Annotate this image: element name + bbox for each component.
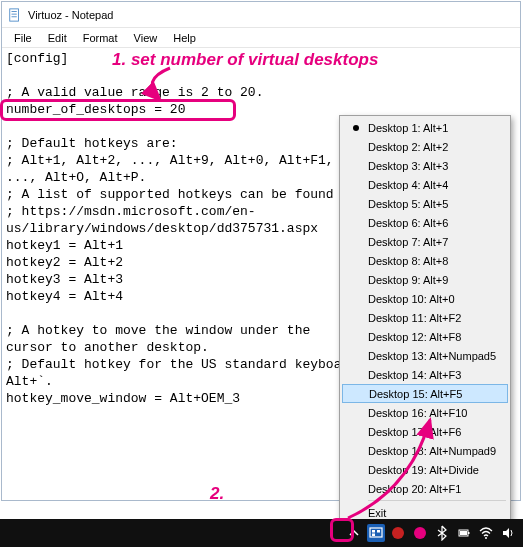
- menu-format[interactable]: Format: [75, 30, 126, 46]
- menu-item-label: Desktop 2: Alt+2: [366, 141, 448, 153]
- desktop-menu-item[interactable]: Desktop 8: Alt+8: [342, 251, 508, 270]
- desktop-menu-item[interactable]: Desktop 18: Alt+Numpad9: [342, 441, 508, 460]
- desktop-menu-item[interactable]: Desktop 14: Alt+F3: [342, 365, 508, 384]
- desktop-menu-item[interactable]: Desktop 7: Alt+7: [342, 232, 508, 251]
- desktop-menu-item[interactable]: Desktop 19: Alt+Divide: [342, 460, 508, 479]
- menu-item-label: Desktop 18: Alt+Numpad9: [366, 445, 496, 457]
- svg-point-13: [485, 537, 487, 539]
- svg-rect-0: [10, 8, 19, 20]
- menu-item-bullet: [346, 216, 366, 230]
- menu-item-bullet: [346, 254, 366, 268]
- menu-item-label: Desktop 13: Alt+Numpad5: [366, 350, 496, 362]
- menu-item-label: Exit: [366, 507, 386, 519]
- virtuoz-tray-icon[interactable]: [367, 524, 385, 542]
- menu-item-bullet: [346, 140, 366, 154]
- tray-up-icon[interactable]: [345, 524, 363, 542]
- svg-rect-5: [372, 530, 375, 533]
- menu-item-label: Desktop 14: Alt+F3: [366, 369, 461, 381]
- menu-item-label: Desktop 8: Alt+8: [366, 255, 448, 267]
- notepad-icon: [8, 8, 22, 22]
- menu-item-bullet: [346, 159, 366, 173]
- menu-item-label: Desktop 1: Alt+1: [366, 122, 448, 134]
- menu-item-bullet: [346, 463, 366, 477]
- menu-edit[interactable]: Edit: [40, 30, 75, 46]
- system-tray: [345, 524, 523, 542]
- menu-item-label: Desktop 6: Alt+6: [366, 217, 448, 229]
- desktop-menu-item[interactable]: Desktop 17: Alt+F6: [342, 422, 508, 441]
- menu-file[interactable]: File: [6, 30, 40, 46]
- menu-separator: [368, 500, 506, 501]
- desktop-menu-item[interactable]: Desktop 13: Alt+Numpad5: [342, 346, 508, 365]
- desktop-menu-item[interactable]: Desktop 16: Alt+F10: [342, 403, 508, 422]
- desktop-switch-menu: Desktop 1: Alt+1Desktop 2: Alt+2Desktop …: [339, 115, 511, 525]
- menu-item-label: Desktop 12: Alt+F8: [366, 331, 461, 343]
- desktop-menu-item[interactable]: Desktop 10: Alt+0: [342, 289, 508, 308]
- desktop-menu-item[interactable]: Desktop 1: Alt+1: [342, 118, 508, 137]
- desktop-menu-item[interactable]: Desktop 3: Alt+3: [342, 156, 508, 175]
- desktop-menu-item[interactable]: Desktop 5: Alt+5: [342, 194, 508, 213]
- svg-rect-4: [370, 528, 382, 537]
- menu-item-bullet: [346, 444, 366, 458]
- menubar: File Edit Format View Help: [2, 28, 520, 48]
- bluetooth-icon[interactable]: [433, 524, 451, 542]
- menu-item-bullet: [346, 121, 366, 135]
- svg-rect-12: [460, 531, 467, 535]
- menu-item-label: Desktop 4: Alt+4: [366, 179, 448, 191]
- tray-pink-icon[interactable]: [411, 524, 429, 542]
- menu-item-bullet: [346, 330, 366, 344]
- volume-icon[interactable]: [499, 524, 517, 542]
- tray-red-icon[interactable]: [389, 524, 407, 542]
- desktop-menu-item[interactable]: Desktop 9: Alt+9: [342, 270, 508, 289]
- menu-item-label: Desktop 9: Alt+9: [366, 274, 448, 286]
- menu-item-bullet: [347, 387, 367, 401]
- svg-rect-11: [468, 532, 470, 534]
- titlebar[interactable]: Virtuoz - Notepad: [2, 2, 520, 28]
- menu-item-bullet: [346, 425, 366, 439]
- window-title: Virtuoz - Notepad: [28, 9, 113, 21]
- power-icon[interactable]: [455, 524, 473, 542]
- menu-help[interactable]: Help: [165, 30, 204, 46]
- svg-rect-7: [372, 534, 375, 537]
- svg-point-8: [392, 527, 404, 539]
- svg-point-9: [414, 527, 426, 539]
- menu-item-bullet: [346, 506, 366, 520]
- desktop-menu-item[interactable]: Desktop 4: Alt+4: [342, 175, 508, 194]
- menu-item-bullet: [346, 235, 366, 249]
- svg-rect-6: [377, 530, 380, 533]
- desktop-menu-item[interactable]: Desktop 12: Alt+F8: [342, 327, 508, 346]
- menu-item-bullet: [346, 406, 366, 420]
- desktop-menu-item[interactable]: Desktop 20: Alt+F1: [342, 479, 508, 498]
- menu-item-bullet: [346, 178, 366, 192]
- menu-item-label: Desktop 16: Alt+F10: [366, 407, 467, 419]
- menu-item-bullet: [346, 349, 366, 363]
- menu-view[interactable]: View: [126, 30, 166, 46]
- desktop-menu-item[interactable]: Desktop 6: Alt+6: [342, 213, 508, 232]
- desktop-menu-item[interactable]: Desktop 15: Alt+F5: [342, 384, 508, 403]
- wifi-icon[interactable]: [477, 524, 495, 542]
- menu-item-label: Desktop 17: Alt+F6: [366, 426, 461, 438]
- menu-item-label: Desktop 11: Alt+F2: [366, 312, 461, 324]
- menu-item-label: Desktop 3: Alt+3: [366, 160, 448, 172]
- desktop-menu-item[interactable]: Desktop 11: Alt+F2: [342, 308, 508, 327]
- menu-item-label: Desktop 5: Alt+5: [366, 198, 448, 210]
- menu-item-label: Desktop 7: Alt+7: [366, 236, 448, 248]
- menu-item-bullet: [346, 368, 366, 382]
- taskbar: [0, 519, 523, 547]
- menu-item-label: Desktop 15: Alt+F5: [367, 388, 462, 400]
- menu-item-label: Desktop 19: Alt+Divide: [366, 464, 479, 476]
- menu-item-bullet: [346, 273, 366, 287]
- desktop-menu-item[interactable]: Desktop 2: Alt+2: [342, 137, 508, 156]
- menu-item-label: Desktop 10: Alt+0: [366, 293, 455, 305]
- menu-item-label: Desktop 20: Alt+F1: [366, 483, 461, 495]
- menu-item-bullet: [346, 482, 366, 496]
- menu-item-bullet: [346, 197, 366, 211]
- menu-item-bullet: [346, 311, 366, 325]
- menu-item-bullet: [346, 292, 366, 306]
